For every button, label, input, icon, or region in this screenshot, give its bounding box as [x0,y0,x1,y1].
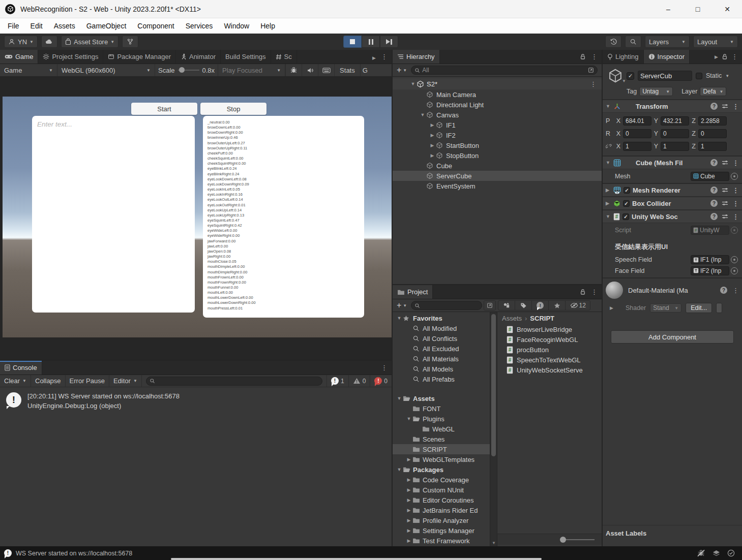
project-zoom-slider[interactable] [563,539,595,540]
add-component-button[interactable]: Add Component [611,330,734,344]
lock-icon[interactable] [580,53,586,60]
lock-icon[interactable] [580,289,586,295]
transform-r-y-field[interactable]: 0 [661,129,689,138]
tab-project-settings[interactable]: Project Settings [38,50,103,64]
inspector-menu-icon[interactable]: ⋮ [731,53,738,60]
hierarchy-item-maincamera[interactable]: Main Camera [393,89,602,100]
project-tree-item-allmodels[interactable]: All Models [393,364,490,374]
link-icon[interactable] [606,143,614,149]
cloud-button[interactable] [41,36,57,48]
component-menu-icon[interactable]: ⋮ [732,186,739,194]
component-enabled-checkbox[interactable]: ✓ [624,187,630,194]
mesh-renderer-component-header[interactable]: ▶ ✓ Mesh Renderer ? ⋮ [603,183,742,197]
help-icon[interactable]: ? [710,103,718,110]
account-button[interactable]: YN▼ [4,36,38,48]
console-collapse-button[interactable]: Collapse [31,375,66,387]
project-file-browserlivebridge[interactable]: #BrowserLiveBridge [497,324,602,334]
material-menu-icon[interactable]: ⋮ [732,287,739,294]
presets-icon[interactable] [722,103,728,109]
transform-p-z-field[interactable]: 2.2858 [698,116,727,126]
project-tree-item-allmodified[interactable]: All Modified [393,323,490,333]
presets-icon[interactable] [722,160,728,166]
transform-component-header[interactable]: ▼ Transform ? ⋮ [603,100,742,113]
console-search-input[interactable] [146,377,322,386]
presets-icon[interactable] [722,187,728,193]
mute-audio-button[interactable] [302,64,318,76]
project-tree-item-webgltemplates[interactable]: ▶WebGLTemplates [393,454,490,464]
tab-build-settings[interactable]: Build Settings [221,50,271,64]
transform-s-x-field[interactable]: 1 [623,142,651,151]
display-dropdown[interactable]: Game▼ [0,64,57,76]
console-info-count[interactable]: ! 1 [327,375,348,387]
project-file-procbutton[interactable]: #procButton [497,345,602,355]
hierarchy-item-s2[interactable]: ▼S2*⋮ [393,78,602,89]
pause-button[interactable] [362,36,380,48]
bug-slash-icon[interactable] [697,549,705,557]
component-enabled-checkbox[interactable]: ✓ [623,200,630,207]
lock-icon[interactable] [722,53,728,60]
object-picker-icon[interactable] [731,256,738,263]
transform-p-x-field[interactable]: 684.01 [623,116,651,126]
hierarchy-item-eventsystem[interactable]: EventSystem [393,181,602,191]
resolution-dropdown[interactable]: WebGL (960x600)▼ [57,64,155,76]
bug-button[interactable] [285,64,302,76]
minimize-button[interactable]: – [654,0,683,18]
version-control-button[interactable] [122,36,138,48]
active-checkbox[interactable]: ✓ [627,72,634,80]
project-menu-icon[interactable]: ⋮ [591,288,598,296]
project-file-unitywebsocketserve[interactable]: #UnityWebSocketServe [497,365,602,375]
menu-assets[interactable]: Assets [48,18,81,34]
object-picker-icon[interactable] [731,173,738,180]
project-tree-item-script[interactable]: SCRIPT [393,444,490,454]
script-field[interactable]: # UnityW [691,226,729,235]
game-text-input[interactable]: Enter text... [32,116,195,313]
console-error-count[interactable]: ! 0 [370,375,392,387]
asset-labels-section[interactable]: Asset Labels [603,525,742,537]
project-create-button[interactable]: +▼ [393,301,411,310]
console-clear-button[interactable]: Clear▼ [0,375,31,387]
face-field[interactable]: IF2 (Inp [691,266,729,275]
stop-button[interactable] [343,36,362,48]
hidden-count-button[interactable]: 12 [566,301,590,310]
menu-window[interactable]: Window [218,18,255,34]
hierarchy-search-input[interactable]: All [411,66,598,75]
step-button[interactable] [380,36,398,48]
layers-dropdown[interactable]: Layers▼ [645,36,690,48]
transform-s-z-field[interactable]: 1 [698,142,727,151]
tab-lighting[interactable]: Lighting [603,50,644,64]
component-menu-icon[interactable]: ⋮ [732,159,739,167]
project-scrollbar[interactable]: ▼ [490,312,497,546]
help-icon[interactable]: ? [720,287,727,294]
project-tree-item-plugins[interactable]: ▼Plugins [393,414,490,424]
mesh-field[interactable]: Cube [691,172,729,181]
component-menu-icon[interactable]: ⋮ [732,213,739,221]
scale-slider[interactable] [178,70,199,71]
project-tree-item-packages[interactable]: ▼Packages [393,464,490,475]
tab-project[interactable]: Project [393,285,433,299]
material-preview[interactable] [606,282,623,299]
filter-by-type-button[interactable] [498,301,515,310]
speech-field[interactable]: IF1 (Inp [691,255,729,264]
breadcrumb-current[interactable]: SCRIPT [530,315,554,322]
tab-package-manager[interactable]: Package Manager [103,50,176,64]
stack-icon[interactable] [713,550,720,557]
help-icon[interactable]: ? [710,200,718,207]
shader-extra-button[interactable] [716,303,722,313]
search-button[interactable] [625,36,641,48]
project-tree-item-editorcoroutines[interactable]: ▶Editor Coroutines [393,495,490,505]
project-tree-item-allprefabs[interactable]: All Prefabs [393,374,490,384]
console-error-pause-button[interactable]: Error Pause [66,375,109,387]
gameobject-icon[interactable]: ▼ [608,68,623,83]
project-tree-item-webgl[interactable]: WebGL [393,424,490,434]
hierarchy-item-canvas[interactable]: ▼Canvas [393,110,602,120]
status-message[interactable]: WS Server started on ws://localhost:5678 [16,550,132,557]
presets-icon[interactable] [722,213,728,220]
tab-sc[interactable]: Sc [271,50,297,64]
menu-help[interactable]: Help [255,18,281,34]
hierarchy-item-cube[interactable]: Cube [393,161,602,171]
project-tree-item-allexcluded[interactable]: All Excluded [393,344,490,354]
static-dropdown-icon[interactable]: ▼ [725,74,729,78]
hierarchy-create-button[interactable]: +▼ [393,66,411,75]
material-expand-icon[interactable]: ▶ [610,305,613,310]
object-name-field[interactable]: ServerCub [638,71,692,81]
